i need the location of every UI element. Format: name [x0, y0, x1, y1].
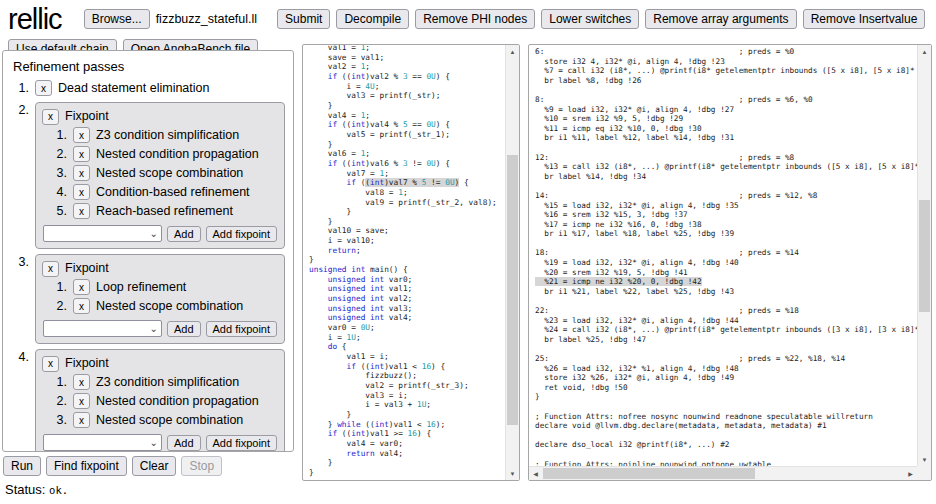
- code-line[interactable]: }: [309, 140, 505, 150]
- code-line[interactable]: val9 = printf(_str_2, val8);: [309, 198, 505, 208]
- code-line[interactable]: [535, 431, 917, 441]
- code-line[interactable]: unsigned int val1;: [309, 284, 505, 294]
- code-line[interactable]: }: [309, 101, 505, 111]
- code-line[interactable]: 18: ; preds = %14: [535, 248, 917, 258]
- c-code-view[interactable]: val1 = 1; save = val1; val2 = 1; if ((in…: [303, 44, 505, 480]
- code-line[interactable]: return;: [309, 246, 505, 256]
- code-line[interactable]: val4 = 1;: [309, 111, 505, 121]
- code-line[interactable]: 25: ; preds = %22, %18, %14: [535, 354, 917, 364]
- code-line[interactable]: 8: ; preds = %6, %0: [535, 95, 917, 105]
- c-code-panel[interactable]: val1 = 1; save = val1; val2 = 1; if ((in…: [302, 44, 520, 481]
- c-vertical-scrollbar[interactable]: ▲ ▼: [505, 45, 519, 480]
- add-button[interactable]: Add: [167, 321, 201, 337]
- scroll-right-icon[interactable]: ▶: [904, 467, 917, 480]
- remove-pass-button[interactable]: x: [73, 412, 90, 428]
- code-line[interactable]: val1 = 1;: [309, 44, 505, 53]
- code-line[interactable]: val7 = 1;: [309, 169, 505, 179]
- code-line[interactable]: %13 = call i32 (i8*, ...) @printf(i8* ge…: [535, 162, 917, 172]
- code-line[interactable]: if ((int)val1 >= 16) {: [309, 429, 505, 439]
- code-line[interactable]: store i32 %26, i32* @i, align 4, !dbg !4…: [535, 373, 917, 383]
- code-line[interactable]: br label %8, !dbg !26: [535, 76, 917, 86]
- code-line[interactable]: store i32 4, i32* @i, align 4, !dbg !23: [535, 57, 917, 67]
- code-line[interactable]: val10 = save;: [309, 226, 505, 236]
- code-line[interactable]: }: [309, 458, 505, 468]
- code-line[interactable]: fizzbuzz();: [309, 371, 505, 381]
- remove-pass-button[interactable]: x: [73, 374, 90, 390]
- code-line[interactable]: val8 = 1;: [309, 188, 505, 198]
- code-line[interactable]: val3 = i;: [309, 391, 505, 401]
- remove-pass-button[interactable]: x: [73, 298, 90, 314]
- code-line[interactable]: }: [309, 207, 505, 217]
- code-line[interactable]: ret void, !dbg !50: [535, 383, 917, 393]
- header-action-button[interactable]: Lower switches: [541, 9, 639, 29]
- code-line[interactable]: } while ((int)val1 < 16);: [309, 420, 505, 430]
- code-line[interactable]: [535, 450, 917, 460]
- code-line[interactable]: [535, 85, 917, 95]
- remove-pass-button[interactable]: x: [42, 356, 59, 372]
- c-scrollbar-thumb[interactable]: [507, 155, 518, 425]
- scroll-down-icon[interactable]: ▼: [506, 467, 519, 480]
- code-line[interactable]: unsigned int main() {: [309, 265, 505, 275]
- code-line[interactable]: }: [309, 410, 505, 420]
- code-line[interactable]: %17 = icmp ne i32 %16, 0, !dbg !38: [535, 220, 917, 230]
- code-line[interactable]: i = val3 + 1U;: [309, 400, 505, 410]
- remove-pass-button[interactable]: x: [73, 127, 90, 143]
- code-line[interactable]: %16 = srem i32 %15, 3, !dbg !37: [535, 210, 917, 220]
- pass-select[interactable]: ⌄: [43, 434, 162, 451]
- pass-select[interactable]: ⌄: [43, 225, 162, 242]
- code-line[interactable]: declare void @llvm.dbg.declare(metadata,…: [535, 421, 917, 431]
- add-button[interactable]: Add: [167, 435, 201, 451]
- code-line[interactable]: val5 = printf(_str_1);: [309, 130, 505, 140]
- add-button[interactable]: Add: [167, 226, 201, 242]
- code-line[interactable]: %9 = load i32, i32* @i, align 4, !dbg !2…: [535, 105, 917, 115]
- browse-button[interactable]: Browse...: [84, 9, 150, 29]
- code-line[interactable]: val2 = 1;: [309, 62, 505, 72]
- code-line[interactable]: if ((int)val4 % 5 == 0U) {: [309, 120, 505, 130]
- ir-horizontal-scrollbar[interactable]: ◀ ▶: [529, 466, 917, 480]
- code-line[interactable]: if ((int)val7 % 5 != 0U) {: [309, 178, 505, 188]
- clear-button[interactable]: Clear: [132, 456, 177, 476]
- scroll-left-icon[interactable]: ◀: [529, 467, 542, 480]
- code-line[interactable]: val4 = var0;: [309, 439, 505, 449]
- code-line[interactable]: declare dso_local i32 @printf(i8*, ...) …: [535, 440, 917, 450]
- code-line[interactable]: %10 = srem i32 %9, 5, !dbg !29: [535, 114, 917, 124]
- code-line[interactable]: }: [535, 392, 917, 402]
- add-fixpoint-button[interactable]: Add fixpoint: [206, 435, 277, 451]
- code-line[interactable]: unsigned int val3;: [309, 304, 505, 314]
- code-line[interactable]: [535, 181, 917, 191]
- code-line[interactable]: %23 = load i32, i32* @i, align 4, !dbg !…: [535, 316, 917, 326]
- remove-pass-button[interactable]: x: [35, 80, 52, 96]
- remove-pass-button[interactable]: x: [73, 203, 90, 219]
- code-line[interactable]: val6 = 1;: [309, 149, 505, 159]
- code-line[interactable]: %26 = load i32, i32* %1, align 4, !dbg !…: [535, 364, 917, 374]
- code-line[interactable]: unsigned int var0;: [309, 275, 505, 285]
- header-action-button[interactable]: Remove Insertvalue: [803, 9, 926, 29]
- code-line[interactable]: unsigned int val4;: [309, 313, 505, 323]
- code-line[interactable]: var0 = 0U;: [309, 323, 505, 333]
- code-line[interactable]: [535, 143, 917, 153]
- remove-pass-button[interactable]: x: [42, 261, 59, 277]
- find-fixpoint-button[interactable]: Find fixpoint: [46, 456, 127, 476]
- header-action-button[interactable]: Remove array arguments: [645, 9, 796, 29]
- code-line[interactable]: [535, 296, 917, 306]
- ir-scrollbar-thumb[interactable]: [919, 200, 930, 312]
- code-line[interactable]: br i1 %11, label %12, label %14, !dbg !3…: [535, 133, 917, 143]
- code-line[interactable]: %7 = call i32 (i8*, ...) @printf(i8* get…: [535, 66, 917, 76]
- code-line[interactable]: unsigned int val2;: [309, 294, 505, 304]
- add-fixpoint-button[interactable]: Add fixpoint: [206, 321, 277, 337]
- code-line[interactable]: if ((int)val2 % 3 == 0U) {: [309, 72, 505, 82]
- code-line[interactable]: 12: ; preds = %8: [535, 153, 917, 163]
- header-action-button[interactable]: Decompile: [336, 9, 409, 29]
- ir-vertical-scrollbar[interactable]: ▲ ▼: [917, 45, 931, 466]
- run-button[interactable]: Run: [3, 456, 41, 476]
- ir-code-view[interactable]: 6: ; preds = %0 store i32 4, i32* @i, al…: [529, 45, 917, 466]
- code-line[interactable]: br i1 %17, label %18, label %25, !dbg !3…: [535, 229, 917, 239]
- code-line[interactable]: ; Function Attrs: nofree nosync nounwind…: [535, 412, 917, 422]
- code-line[interactable]: 14: ; preds = %12, %8: [535, 191, 917, 201]
- ir-code-panel[interactable]: 6: ; preds = %0 store i32 4, i32* @i, al…: [528, 44, 932, 481]
- code-line[interactable]: %24 = call i32 (i8*, ...) @printf(i8* ge…: [535, 325, 917, 335]
- remove-pass-button[interactable]: x: [42, 109, 59, 125]
- remove-pass-button[interactable]: x: [73, 279, 90, 295]
- ir-hscrollbar-thumb[interactable]: [543, 468, 755, 479]
- code-line[interactable]: val3 = printf(_str);: [309, 91, 505, 101]
